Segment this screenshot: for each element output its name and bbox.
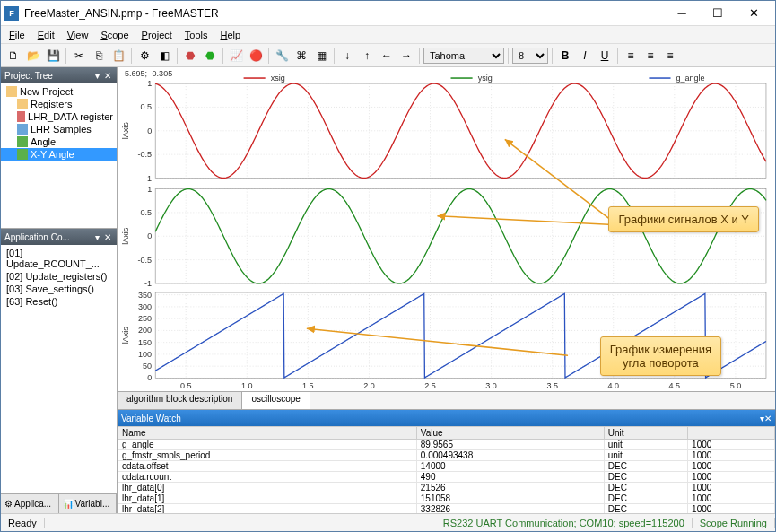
svg-text:-0.5: -0.5 (138, 256, 153, 265)
go-icon[interactable]: ⬣ (201, 47, 219, 65)
statusbar: Ready RS232 UART Communication; COM10; s… (1, 513, 775, 531)
panel-pin-icon[interactable]: ▾ (92, 232, 102, 242)
new-icon[interactable]: 🗋 (4, 47, 22, 65)
svg-text:50: 50 (143, 362, 152, 371)
tab-desc[interactable]: algorithm block description (118, 392, 242, 409)
status-comm: RS232 UART Communication; COM10; speed=1… (436, 518, 693, 528)
menu-help[interactable]: Help (214, 28, 248, 42)
stop-icon[interactable]: ⬣ (181, 47, 199, 65)
app-commands-title: Application Co... (4, 232, 92, 242)
tree-root[interactable]: New Project (1, 85, 117, 98)
app-icon: F (4, 6, 19, 21)
align-center-icon[interactable]: ≡ (641, 47, 659, 65)
tree-item-angle[interactable]: Angle (1, 135, 117, 148)
copy-icon[interactable]: ⎘ (90, 47, 108, 65)
tree-item-lhr-samples[interactable]: LHR Samples (1, 123, 117, 135)
svg-text:0.5: 0.5 (141, 102, 153, 111)
menu-edit[interactable]: Edit (31, 28, 61, 42)
scope-icon[interactable]: 📈 (227, 47, 245, 65)
scope-area[interactable]: 5.695; -0.305xsigysigg_angle-1-0.500.51l… (118, 67, 775, 391)
cmd-item[interactable]: [03] Save_settings() (1, 283, 117, 295)
panel-close-icon[interactable]: ✕ (102, 232, 113, 242)
cmd-item[interactable]: [01] Update_RCOUNT_... (1, 247, 117, 270)
tab-application[interactable]: ⚙ Applica... (1, 494, 59, 513)
arrow-up-icon[interactable]: ↑ (358, 47, 376, 65)
table-row[interactable]: cdata.offset14000DEC1000 (118, 461, 775, 472)
svg-text:ysig: ysig (478, 74, 493, 83)
menu-tools[interactable]: Tools (179, 28, 214, 42)
tree-item-lhr-data[interactable]: LHR_DATA register (1, 110, 117, 123)
svg-text:5.695; -0.305: 5.695; -0.305 (125, 69, 172, 78)
svg-text:2.0: 2.0 (363, 381, 375, 390)
tab-osc[interactable]: oscilloscope (242, 392, 310, 409)
svg-text:300: 300 (138, 302, 152, 311)
menu-scope[interactable]: Scope (94, 28, 135, 42)
right-column: 5.695; -0.305xsigysigg_angle-1-0.500.51l… (118, 67, 775, 513)
app-commands-header: Application Co... ▾ ✕ (1, 229, 117, 245)
arrow-right-icon[interactable]: → (397, 47, 415, 65)
panel-close-icon[interactable]: ✕ (102, 71, 113, 81)
panel-pin-icon[interactable]: ▾ (92, 71, 102, 81)
variable-watch-grid[interactable]: NameValueUnitg_angle89.9565unit1000g_fms… (118, 426, 775, 513)
cmds-icon[interactable]: ⌘ (292, 47, 310, 65)
svg-text:150: 150 (138, 338, 152, 347)
bold-icon[interactable]: B (556, 47, 574, 65)
bottom-pane: algorithm block description oscilloscope… (118, 391, 775, 513)
menu-view[interactable]: View (61, 28, 95, 42)
align-left-icon[interactable]: ≡ (622, 47, 640, 65)
window-title: FreeMaster_ANSIN.pmp - FreeMASTER (24, 7, 664, 20)
menu-project[interactable]: Project (135, 28, 179, 42)
project-tree-title: Project Tree (4, 71, 92, 81)
open-icon[interactable]: 📂 (24, 47, 42, 65)
svg-text:4.5: 4.5 (669, 381, 681, 390)
tool-icon[interactable]: ⚙ (135, 47, 153, 65)
table-row[interactable]: lhr_data[0]21526DEC1000 (118, 483, 775, 493)
tab-variables[interactable]: 📊 Variabl... (59, 494, 118, 513)
table-row[interactable]: g_fmstr_smpls_period0.000493438unit1000 (118, 450, 775, 461)
callout-xy: Графики сигналов X и Y (608, 206, 759, 232)
font-name-select[interactable]: Tahoma (423, 48, 504, 64)
tree-item-xy-angle[interactable]: X-Y Angle (1, 148, 117, 161)
variable-watch-header: Variable Watch ▾ ✕ (118, 410, 775, 426)
table-row[interactable]: lhr_data[1]151058DEC1000 (118, 493, 775, 504)
save-icon[interactable]: 💾 (44, 47, 62, 65)
table-row[interactable]: lhr_data[2]332826DEC1000 (118, 504, 775, 513)
tool2-icon[interactable]: ◧ (155, 47, 173, 65)
italic-icon[interactable]: I (576, 47, 594, 65)
svg-text:3.5: 3.5 (546, 381, 558, 390)
variable-watch-title: Variable Watch (121, 414, 760, 423)
cmd-item[interactable]: [63] Reset() (1, 295, 117, 308)
tree-item-registers[interactable]: Registers (1, 98, 117, 110)
underline-icon[interactable]: U (596, 47, 614, 65)
app-window: F FreeMaster_ANSIN.pmp - FreeMASTER ─ ☐ … (0, 0, 776, 532)
svg-text:1: 1 (147, 185, 152, 194)
command-list[interactable]: [01] Update_RCOUNT_... [02] Update_regis… (1, 245, 117, 493)
svg-text:-1: -1 (144, 174, 152, 183)
status-ready: Ready (1, 518, 45, 528)
table-row[interactable]: g_angle89.9565unit1000 (118, 440, 775, 450)
menu-file[interactable]: File (3, 28, 31, 42)
svg-text:xsig: xsig (271, 74, 285, 83)
svg-text:-1: -1 (144, 279, 152, 288)
project-tree[interactable]: New Project Registers LHR_DATA register … (1, 83, 117, 228)
arrow-left-icon[interactable]: ← (378, 47, 396, 65)
panel-close-icon[interactable]: ✕ (764, 414, 772, 423)
svg-text:4.0: 4.0 (607, 381, 619, 390)
svg-text:-0.5: -0.5 (138, 150, 153, 159)
arrow-down-icon[interactable]: ↓ (338, 47, 356, 65)
table-row[interactable]: cdata.rcount490DEC1000 (118, 472, 775, 483)
font-size-select[interactable]: 8 (512, 48, 548, 64)
cmd-item[interactable]: [02] Update_registers() (1, 270, 117, 283)
paste-icon[interactable]: 📋 (109, 47, 127, 65)
cut-icon[interactable]: ✂ (70, 47, 88, 65)
minimize-button[interactable]: ─ (664, 3, 700, 24)
vars-icon[interactable]: 🔧 (273, 47, 291, 65)
grid-icon[interactable]: ▦ (312, 47, 330, 65)
maximize-button[interactable]: ☐ (700, 3, 736, 24)
left-column: Project Tree ▾ ✕ New Project Registers L… (1, 67, 118, 513)
svg-text:2.5: 2.5 (424, 381, 436, 390)
svg-text:lAxis: lAxis (121, 327, 130, 344)
rec-icon[interactable]: 🔴 (247, 47, 265, 65)
close-button[interactable]: ✕ (736, 3, 772, 24)
align-right-icon[interactable]: ≡ (661, 47, 679, 65)
